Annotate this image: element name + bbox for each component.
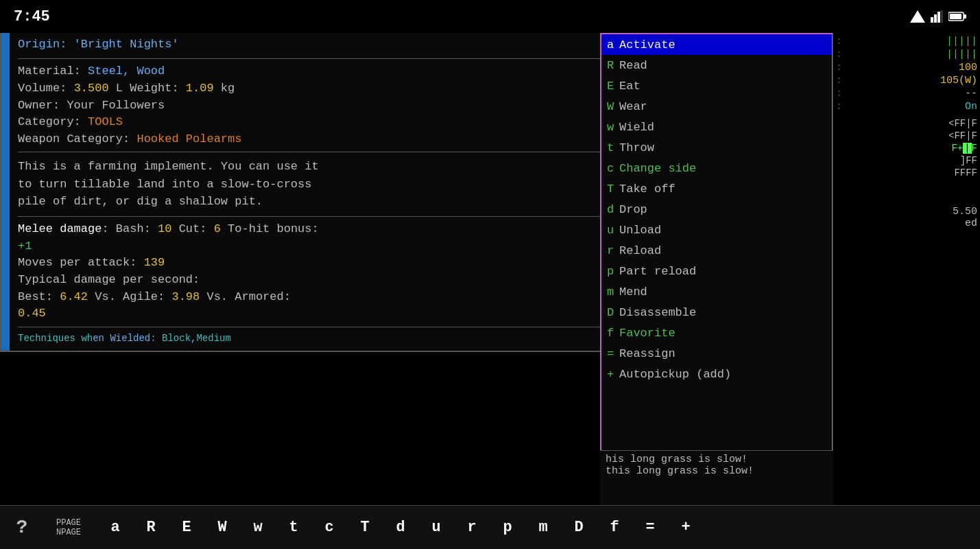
stat-row-2: : ||||| xyxy=(836,49,977,60)
material-value: Steel, Wood xyxy=(88,65,165,78)
menu-key-favorite: f xyxy=(607,327,619,340)
menu-label-eat: Eat xyxy=(619,80,826,93)
bottom-stat-value: 5.50 xyxy=(836,206,977,218)
menu-key-eat: E xyxy=(607,80,619,93)
toolbar-btn-w-upper[interactable]: W xyxy=(206,509,239,547)
menu-item-disassemble[interactable]: D Disassemble xyxy=(601,302,832,323)
moves-value: 139 xyxy=(144,256,165,269)
toolbar-btn-help[interactable]: ? xyxy=(5,509,38,547)
melee-cut: 6 xyxy=(214,222,221,235)
eat-stat-value: 100 xyxy=(959,62,977,73)
toolbar-btn-p[interactable]: p xyxy=(491,509,524,547)
toolbar-btn-e-upper[interactable]: E xyxy=(170,509,203,547)
menu-item-read[interactable]: R Read xyxy=(601,55,832,75)
svg-rect-4 xyxy=(941,10,943,23)
menu-key-part-reload: p xyxy=(607,265,619,278)
menu-item-mend[interactable]: m Mend xyxy=(601,281,832,302)
menu-item-wear[interactable]: W Wear xyxy=(601,96,832,117)
stats-panel: : ||||| : ||||| : 100 : 105(W) : -- : On… xyxy=(833,33,980,505)
volume-label: Volume: xyxy=(18,82,74,95)
toolbar-btn-t-lower[interactable]: t xyxy=(277,509,310,547)
menu-label-take-off: Take off xyxy=(619,183,826,196)
left-accent-bar xyxy=(1,1,10,351)
toolbar-btn-t-upper[interactable]: T xyxy=(348,509,381,547)
menu-label-activate: Activate xyxy=(619,38,826,51)
menu-label-reassign: Reassign xyxy=(619,347,826,360)
melee-colon: : Bash: xyxy=(101,222,158,235)
menu-key-mend: m xyxy=(607,285,619,299)
menu-item-eat[interactable]: E Eat xyxy=(601,75,832,96)
weight-value: 1.09 xyxy=(186,82,214,95)
battery-icon xyxy=(948,12,966,21)
menu-item-unload[interactable]: u Unload xyxy=(601,220,832,240)
npage-label: NPAGE xyxy=(56,528,81,537)
toolbar-btn-d-upper[interactable]: D xyxy=(562,509,595,547)
status-icons xyxy=(910,10,966,23)
toolbar-btn-a[interactable]: a xyxy=(99,509,132,547)
menu-key-wield: w xyxy=(607,121,619,134)
toolbar-btn-r-lower[interactable]: r xyxy=(455,509,488,547)
menu-label-disassemble: Disassemble xyxy=(619,306,826,319)
ppage-label: PPAGE xyxy=(56,518,81,528)
svg-rect-3 xyxy=(937,12,940,23)
toolbar-btn-c[interactable]: c xyxy=(313,509,346,547)
bottom-game-log: his long grass is slow! this long grass … xyxy=(600,450,833,505)
svg-marker-0 xyxy=(910,10,925,23)
stat-row-1: : ||||| xyxy=(836,36,977,47)
menu-label-wield: Wield xyxy=(619,121,826,134)
wield-stat-value: -- xyxy=(965,88,977,100)
menu-key-disassemble: D xyxy=(607,306,619,319)
menu-item-favorite[interactable]: f Favorite xyxy=(601,323,832,343)
volume-value: 3.500 xyxy=(74,82,109,95)
stat-row-throw: : On xyxy=(836,101,977,113)
menu-key-unload: u xyxy=(607,224,619,237)
toolbar-btn-m[interactable]: m xyxy=(527,509,560,547)
menu-label-read: Read xyxy=(619,59,826,72)
menu-key-take-off: T xyxy=(607,183,619,196)
melee-bash: 10 xyxy=(158,222,171,235)
help-key: ? xyxy=(16,517,28,538)
menu-label-unload: Unload xyxy=(619,224,826,237)
wear-stat-value: 105(W) xyxy=(940,75,977,86)
material-label: Material: xyxy=(18,65,88,78)
melee-bonus-label: To-hit bonus: xyxy=(221,222,319,235)
menu-label-autopickup: Autopickup (add) xyxy=(619,368,826,381)
toolbar-btn-r-upper[interactable]: R xyxy=(134,509,167,547)
signal-bars-icon xyxy=(931,10,943,23)
melee-bonus-value: +1 xyxy=(18,240,32,253)
category-label: Category: xyxy=(18,115,88,128)
menu-item-wield[interactable]: w Wield xyxy=(601,117,832,137)
scroll-line-5: FFFF xyxy=(836,167,977,178)
menu-label-change-side: Change side xyxy=(619,162,826,175)
menu-item-change-side[interactable]: c Change side xyxy=(601,158,832,178)
menu-item-take-off[interactable]: T Take off xyxy=(601,178,832,199)
owner-label: Owner: Your Followers xyxy=(18,99,165,112)
menu-item-autopickup[interactable]: + Autopickup (add) xyxy=(601,364,832,384)
menu-key-drop: d xyxy=(607,203,619,216)
svg-rect-7 xyxy=(950,14,961,19)
menu-item-activate[interactable]: a Activate xyxy=(601,34,832,55)
melee-cut-label: Cut: xyxy=(171,222,213,235)
status-bar: 7:45 xyxy=(0,0,980,33)
menu-item-drop[interactable]: d Drop xyxy=(601,199,832,220)
menu-item-part-reload[interactable]: p Part reload xyxy=(601,261,832,281)
toolbar-btn-equals[interactable]: = xyxy=(634,509,667,547)
menu-item-reload[interactable]: r Reload xyxy=(601,240,832,261)
stat-number: 5.50 xyxy=(953,206,977,218)
action-menu-list: a Activate R Read E Eat W Wear w Wield t… xyxy=(601,34,832,384)
toolbar-btn-w-lower[interactable]: w xyxy=(241,509,274,547)
scroll-line-2: <FF|F xyxy=(836,130,977,141)
toolbar-btn-plus[interactable]: + xyxy=(669,509,702,547)
toolbar-btn-d-lower[interactable]: d xyxy=(384,509,417,547)
menu-label-drop: Drop xyxy=(619,203,826,216)
vs-armored: 0.45 xyxy=(18,307,46,320)
log-line-1: his long grass is slow! xyxy=(606,454,828,465)
svg-rect-6 xyxy=(964,14,966,19)
menu-item-throw[interactable]: t Throw xyxy=(601,137,832,158)
toolbar-btn-u[interactable]: u xyxy=(420,509,453,547)
context-menu-panel[interactable]: a Activate R Read E Eat W Wear w Wield t… xyxy=(600,33,833,505)
menu-item-reassign[interactable]: = Reassign xyxy=(601,343,832,364)
toolbar-btn-f[interactable]: f xyxy=(598,509,631,547)
weapon-category-label: Weapon Category: xyxy=(18,132,136,145)
toolbar-btn-page[interactable]: PPAGE NPAGE xyxy=(41,509,96,547)
